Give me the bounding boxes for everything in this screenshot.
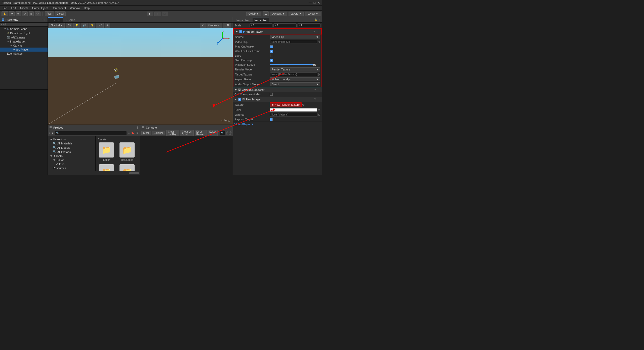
editor-dropdown[interactable]: Editor ▼ [208,130,218,136]
minimize-button[interactable]: — [309,1,312,5]
audio-button[interactable]: 🔊 [81,23,88,28]
raycast-checkbox[interactable]: ✓ [270,118,273,121]
menu-help[interactable]: Help [82,6,91,10]
cr-menu-icon[interactable]: ⋮ [318,88,320,91]
ri-menu-icon[interactable]: ⋮ [318,98,320,101]
vp-menu-icon[interactable]: ⋮ [317,30,319,33]
tab-scene[interactable]: ≡ Scene [48,17,63,22]
project-filter[interactable]: 🔖 [131,132,134,134]
global-button[interactable]: Global [55,11,66,16]
texture-field-highlighted[interactable]: ◼ New Render Texture [270,102,302,107]
color-picker[interactable] [270,108,317,112]
lighting-button[interactable]: 💡 [73,23,80,28]
maximize-button[interactable]: □ [314,1,315,5]
project-item-editor[interactable]: ▼ Editor [49,158,94,162]
vp-help-icon[interactable]: ? [313,30,315,33]
tool-scale[interactable]: ⤢ [22,11,28,16]
clear-on-play-button[interactable]: Clear on Play [166,130,179,136]
window-controls[interactable]: — □ ✕ [309,1,320,5]
material-field[interactable]: None (Material) [270,113,317,116]
layout-button[interactable]: Layout ▼ [305,12,320,16]
project-menu[interactable]: ⋮ [136,126,139,129]
hierarchy-item-video-player[interactable]: Video Player [0,48,48,52]
cull-checkbox[interactable] [270,93,273,96]
2d-button[interactable]: 2D [66,23,72,28]
scale-y-field[interactable]: Y 1 [273,23,296,27]
source-dropdown[interactable]: Video Clip ▼ [270,35,320,39]
hierarchy-item[interactable]: 📷 ARCamera [0,35,48,40]
video-player-bottom-label[interactable]: Video Player ▼ [233,122,322,127]
aspect-ratio-value[interactable]: Fit Horizontally ▼ [270,77,320,81]
video-player-header[interactable]: ▼ ✓ ▶ Video Player ? ⋮ [233,29,321,34]
layers-button[interactable]: Layers ▼ [289,12,304,16]
project-item-vuforia[interactable]: Vuforia [49,162,94,166]
pause-button[interactable]: ⏸ [154,12,160,16]
tool-move[interactable]: ✥ [9,11,15,16]
tab-inspector-active[interactable]: Inspector [253,18,269,22]
project-item-assets[interactable]: ▼ Assets [49,154,94,158]
collapse-button[interactable]: Collapse [152,131,165,135]
project-scrollbar[interactable] [48,171,140,175]
fx-button[interactable]: ✨ [89,23,95,28]
menu-window[interactable]: Window [68,6,81,10]
ri-help-icon[interactable]: ? [314,98,316,101]
menu-edit[interactable]: Edit [10,6,17,10]
camera-button[interactable]: ⊙ 0 [96,23,104,28]
scale-x-field[interactable]: X 1 [250,23,272,27]
video-clip-pick[interactable]: ⊙ [317,40,320,44]
menu-gameobject[interactable]: GameObject [31,6,49,10]
play-on-awake-checkbox[interactable]: ✓ [270,45,273,48]
target-texture-field[interactable]: None (Render Texture) [270,72,317,76]
menu-file[interactable]: File [1,6,9,10]
video-clip-field[interactable]: None (Video Clip) [270,40,317,44]
canvas-renderer-header[interactable]: ▼ 🖼 Canvas Renderer ? ⋮ [233,87,322,92]
menu-component[interactable]: Component [50,6,67,10]
hierarchy-item[interactable]: ▼ ⬡ SampleScene [0,27,48,31]
tool-transform[interactable]: ⬡ [35,11,41,16]
step-button[interactable]: ⏭ [162,12,168,16]
tool-rect[interactable]: ⧈ [29,11,34,16]
menu-assets[interactable]: Assets [18,6,30,10]
target-texture-pick[interactable]: ⊙ [317,73,320,76]
source-value[interactable]: Video Clip ▼ [270,35,320,39]
hierarchy-item[interactable]: ▼ Canvas [0,44,48,48]
all-dropdown[interactable]: ≡ All [223,23,231,28]
console-menu[interactable]: ⋮ [229,126,231,129]
raw-image-header[interactable]: ▼ ✓ 🖼 Raw Image ? ⋮ [233,97,322,102]
asset-scenes[interactable]: 📁 Scenes [98,164,115,171]
scene-tab-menu[interactable]: ⋮ [228,18,233,21]
inspector-lock[interactable]: 🔒 ⋮ [314,18,320,21]
account-button[interactable]: Account ▼ [270,12,287,16]
pivot-button[interactable]: Pivot [45,11,54,16]
tool-hand[interactable]: ✋ [2,11,8,16]
tab-inspector-inactive[interactable]: Inspector [234,18,251,22]
wait-checkbox[interactable]: ✓ [270,50,273,53]
grid-button[interactable]: ⊞ [105,23,110,28]
project-item-favorites[interactable]: ★ Favorites [49,137,94,141]
tab-game[interactable]: ∞ Game [63,17,78,22]
vp-enabled-checkbox[interactable]: ✓ [239,30,242,33]
clear-button[interactable]: Clear [141,131,151,135]
project-item-resources[interactable]: Resources [49,166,94,170]
render-mode-dropdown[interactable]: Render Texture ▼ [270,67,320,71]
cr-help-icon[interactable]: ? [314,88,316,91]
color-eyedropper[interactable]: ✏ [318,108,320,112]
close-icon[interactable]: ✕ [200,23,206,28]
error-pause-button[interactable]: Error Pause [195,130,207,136]
skip-checkbox[interactable]: ✓ [270,59,273,62]
aspect-ratio-dropdown[interactable]: Fit Horizontally ▼ [270,77,320,81]
clear-on-build-button[interactable]: Clear on Build [180,130,193,136]
project-item-all-materials[interactable]: 🔍 All Materials [49,141,94,145]
play-button[interactable]: ▶ [147,12,153,16]
texture-pick[interactable]: ⊙ [302,103,305,106]
gizmos-dropdown[interactable]: Gizmos ▼ [207,23,222,28]
project-item-all-models[interactable]: 🔍 All Models [49,145,94,150]
scale-z-field[interactable]: Z 1 [298,23,320,27]
hierarchy-item[interactable]: ▼ ImageTarget [0,40,48,44]
project-search-input[interactable] [60,132,126,134]
hierarchy-item[interactable]: EventSystem [0,52,48,56]
scene-viewport[interactable]: X Y Z < Persp [48,28,233,125]
asset-resources[interactable]: 📁 Resources [118,142,136,161]
search-console[interactable]: 🔍 [220,131,225,135]
close-button[interactable]: ✕ [317,1,320,5]
